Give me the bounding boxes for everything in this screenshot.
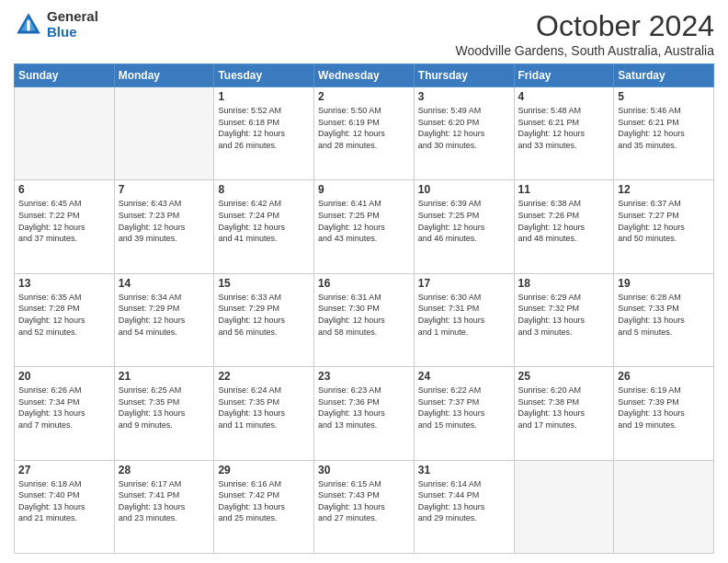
- day-info: Sunrise: 6:43 AM Sunset: 7:23 PM Dayligh…: [119, 198, 210, 244]
- day-number: 9: [318, 183, 410, 196]
- day-number: 2: [318, 90, 410, 103]
- day-cell: 4Sunrise: 5:48 AM Sunset: 6:21 PM Daylig…: [514, 87, 614, 180]
- day-info: Sunrise: 6:29 AM Sunset: 7:32 PM Dayligh…: [518, 292, 610, 338]
- week-row-1: 1Sunrise: 5:52 AM Sunset: 6:18 PM Daylig…: [15, 87, 714, 180]
- day-cell: 11Sunrise: 6:38 AM Sunset: 7:26 PM Dayli…: [514, 180, 614, 273]
- day-info: Sunrise: 6:26 AM Sunset: 7:34 PM Dayligh…: [18, 385, 110, 431]
- col-friday: Friday: [514, 64, 614, 87]
- day-info: Sunrise: 6:18 AM Sunset: 7:40 PM Dayligh…: [18, 478, 110, 524]
- day-info: Sunrise: 5:52 AM Sunset: 6:18 PM Dayligh…: [218, 105, 310, 151]
- day-info: Sunrise: 6:39 AM Sunset: 7:25 PM Dayligh…: [418, 198, 510, 244]
- week-row-2: 6Sunrise: 6:45 AM Sunset: 7:22 PM Daylig…: [15, 180, 714, 273]
- day-cell: 24Sunrise: 6:22 AM Sunset: 7:37 PM Dayli…: [414, 367, 514, 460]
- day-number: 21: [119, 370, 210, 383]
- day-number: 16: [318, 277, 410, 290]
- day-number: 5: [618, 90, 710, 103]
- day-info: Sunrise: 6:30 AM Sunset: 7:31 PM Dayligh…: [418, 292, 510, 338]
- day-number: 17: [418, 277, 510, 290]
- day-cell: 18Sunrise: 6:29 AM Sunset: 7:32 PM Dayli…: [514, 273, 614, 366]
- day-number: 14: [119, 277, 210, 290]
- col-wednesday: Wednesday: [314, 64, 415, 87]
- day-cell: 6Sunrise: 6:45 AM Sunset: 7:22 PM Daylig…: [15, 180, 115, 273]
- svg-rect-2: [27, 20, 29, 30]
- day-number: 29: [218, 464, 310, 477]
- header: General Blue October 2024 Woodville Gard…: [14, 9, 714, 58]
- day-number: 23: [318, 370, 410, 383]
- day-number: 3: [418, 90, 510, 103]
- week-row-5: 27Sunrise: 6:18 AM Sunset: 7:40 PM Dayli…: [15, 460, 714, 553]
- day-info: Sunrise: 6:34 AM Sunset: 7:29 PM Dayligh…: [119, 292, 210, 338]
- day-info: Sunrise: 6:17 AM Sunset: 7:41 PM Dayligh…: [119, 478, 210, 524]
- day-cell: 26Sunrise: 6:19 AM Sunset: 7:39 PM Dayli…: [614, 367, 714, 460]
- day-info: Sunrise: 6:15 AM Sunset: 7:43 PM Dayligh…: [318, 478, 410, 524]
- day-number: 8: [218, 183, 310, 196]
- day-number: 10: [418, 183, 510, 196]
- location: Woodville Gardens, South Australia, Aust…: [456, 43, 714, 58]
- day-number: 11: [518, 183, 610, 196]
- day-info: Sunrise: 6:14 AM Sunset: 7:44 PM Dayligh…: [418, 478, 510, 524]
- logo-text: General Blue: [47, 9, 98, 40]
- calendar-table: Sunday Monday Tuesday Wednesday Thursday…: [14, 63, 714, 554]
- day-info: Sunrise: 6:37 AM Sunset: 7:27 PM Dayligh…: [618, 198, 710, 244]
- day-cell: [614, 460, 714, 553]
- day-number: 22: [218, 370, 310, 383]
- day-cell: 16Sunrise: 6:31 AM Sunset: 7:30 PM Dayli…: [314, 273, 415, 366]
- day-cell: 25Sunrise: 6:20 AM Sunset: 7:38 PM Dayli…: [514, 367, 614, 460]
- day-cell: [15, 87, 115, 180]
- month-title: October 2024: [456, 9, 714, 43]
- col-sunday: Sunday: [15, 64, 115, 87]
- day-cell: 2Sunrise: 5:50 AM Sunset: 6:19 PM Daylig…: [314, 87, 415, 180]
- day-number: 6: [18, 183, 110, 196]
- logo-general-label: General: [47, 9, 98, 25]
- day-cell: 17Sunrise: 6:30 AM Sunset: 7:31 PM Dayli…: [414, 273, 514, 366]
- day-info: Sunrise: 6:41 AM Sunset: 7:25 PM Dayligh…: [318, 198, 410, 244]
- day-info: Sunrise: 5:49 AM Sunset: 6:20 PM Dayligh…: [418, 105, 510, 151]
- day-number: 13: [18, 277, 110, 290]
- logo: General Blue: [14, 9, 98, 40]
- day-info: Sunrise: 5:46 AM Sunset: 6:21 PM Dayligh…: [618, 105, 710, 151]
- day-cell: 1Sunrise: 5:52 AM Sunset: 6:18 PM Daylig…: [214, 87, 314, 180]
- col-tuesday: Tuesday: [214, 64, 314, 87]
- day-cell: 30Sunrise: 6:15 AM Sunset: 7:43 PM Dayli…: [314, 460, 415, 553]
- title-block: October 2024 Woodville Gardens, South Au…: [456, 9, 714, 58]
- day-number: 7: [119, 183, 210, 196]
- day-number: 18: [518, 277, 610, 290]
- day-info: Sunrise: 6:31 AM Sunset: 7:30 PM Dayligh…: [318, 292, 410, 338]
- day-cell: 13Sunrise: 6:35 AM Sunset: 7:28 PM Dayli…: [15, 273, 115, 366]
- day-cell: 27Sunrise: 6:18 AM Sunset: 7:40 PM Dayli…: [15, 460, 115, 553]
- day-cell: 15Sunrise: 6:33 AM Sunset: 7:29 PM Dayli…: [214, 273, 314, 366]
- day-cell: 28Sunrise: 6:17 AM Sunset: 7:41 PM Dayli…: [114, 460, 214, 553]
- day-cell: 29Sunrise: 6:16 AM Sunset: 7:42 PM Dayli…: [214, 460, 314, 553]
- day-cell: 9Sunrise: 6:41 AM Sunset: 7:25 PM Daylig…: [314, 180, 415, 273]
- day-number: 4: [518, 90, 610, 103]
- day-cell: 14Sunrise: 6:34 AM Sunset: 7:29 PM Dayli…: [114, 273, 214, 366]
- day-cell: 20Sunrise: 6:26 AM Sunset: 7:34 PM Dayli…: [15, 367, 115, 460]
- day-info: Sunrise: 6:22 AM Sunset: 7:37 PM Dayligh…: [418, 385, 510, 431]
- day-info: Sunrise: 5:48 AM Sunset: 6:21 PM Dayligh…: [518, 105, 610, 151]
- day-number: 28: [119, 464, 210, 477]
- day-info: Sunrise: 5:50 AM Sunset: 6:19 PM Dayligh…: [318, 105, 410, 151]
- logo-blue-label: Blue: [47, 25, 98, 40]
- week-row-4: 20Sunrise: 6:26 AM Sunset: 7:34 PM Dayli…: [15, 367, 714, 460]
- day-cell: 21Sunrise: 6:25 AM Sunset: 7:35 PM Dayli…: [114, 367, 214, 460]
- day-cell: 7Sunrise: 6:43 AM Sunset: 7:23 PM Daylig…: [114, 180, 214, 273]
- day-info: Sunrise: 6:33 AM Sunset: 7:29 PM Dayligh…: [218, 292, 310, 338]
- day-info: Sunrise: 6:25 AM Sunset: 7:35 PM Dayligh…: [119, 385, 210, 431]
- day-cell: 12Sunrise: 6:37 AM Sunset: 7:27 PM Dayli…: [614, 180, 714, 273]
- day-number: 30: [318, 464, 410, 477]
- day-cell: [514, 460, 614, 553]
- page: General Blue October 2024 Woodville Gard…: [0, 0, 728, 563]
- day-number: 31: [418, 464, 510, 477]
- day-cell: 23Sunrise: 6:23 AM Sunset: 7:36 PM Dayli…: [314, 367, 415, 460]
- day-number: 24: [418, 370, 510, 383]
- day-cell: 31Sunrise: 6:14 AM Sunset: 7:44 PM Dayli…: [414, 460, 514, 553]
- day-info: Sunrise: 6:42 AM Sunset: 7:24 PM Dayligh…: [218, 198, 310, 244]
- day-number: 15: [218, 277, 310, 290]
- col-thursday: Thursday: [414, 64, 514, 87]
- day-info: Sunrise: 6:24 AM Sunset: 7:35 PM Dayligh…: [218, 385, 310, 431]
- day-info: Sunrise: 6:16 AM Sunset: 7:42 PM Dayligh…: [218, 478, 310, 524]
- col-monday: Monday: [114, 64, 214, 87]
- day-number: 25: [518, 370, 610, 383]
- day-cell: 10Sunrise: 6:39 AM Sunset: 7:25 PM Dayli…: [414, 180, 514, 273]
- day-number: 27: [18, 464, 110, 477]
